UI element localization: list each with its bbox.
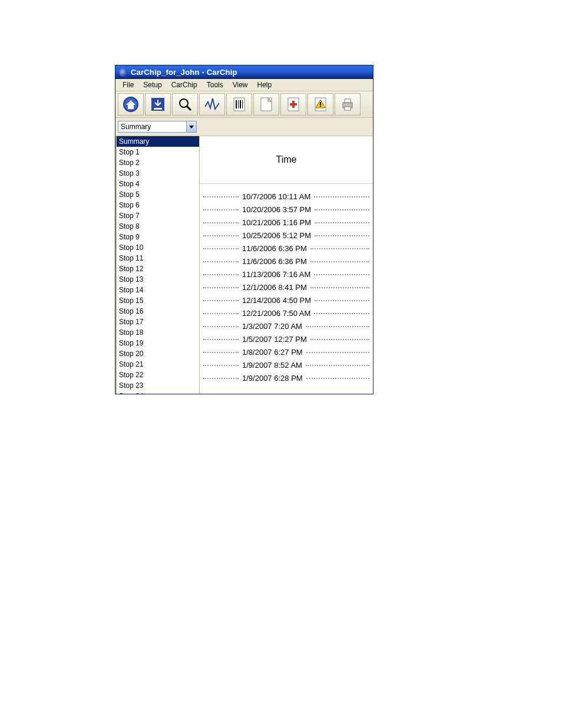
time-value: 1/8/2007 6:27 PM: [242, 348, 303, 357]
time-value: 11/6/2006 6:36 PM: [242, 244, 307, 253]
dotted-leader: [203, 284, 239, 288]
list-item[interactable]: Stop 9: [117, 232, 199, 242]
dotted-leader: [306, 361, 369, 366]
time-value: 12/21/2006 7:50 AM: [242, 309, 310, 318]
dotted-leader: [203, 245, 239, 249]
dotted-leader: [315, 232, 369, 236]
time-row: 10/25/2006 5:12 PM: [200, 229, 373, 242]
dotted-leader: [310, 284, 369, 288]
dotted-leader: [203, 193, 239, 197]
svg-rect-20: [345, 107, 351, 110]
dotted-leader: [310, 245, 369, 249]
list-item[interactable]: Summary: [117, 136, 199, 147]
new-doc-button[interactable]: [253, 93, 279, 116]
list-item[interactable]: Stop 2: [117, 157, 199, 168]
list-item[interactable]: Stop 12: [117, 263, 199, 274]
time-value: 1/9/2007 6:28 PM: [242, 374, 303, 383]
printer-icon: [339, 96, 356, 113]
list-item[interactable]: Stop 20: [117, 348, 199, 359]
dotted-leader: [203, 374, 239, 379]
dotted-leader: [203, 322, 239, 327]
list-item[interactable]: Stop 3: [117, 168, 199, 179]
time-row: 1/8/2007 6:27 PM: [200, 345, 373, 358]
plus-doc-icon: [285, 96, 302, 113]
download-icon: [150, 96, 166, 113]
toolbar: [115, 91, 373, 118]
barcode-doc-icon: [231, 96, 247, 113]
list-item[interactable]: Stop 1: [117, 147, 199, 157]
list-item[interactable]: Stop 19: [117, 338, 199, 348]
time-row: 1/3/2007 7:20 AM: [200, 319, 373, 332]
warning-doc-icon: [312, 96, 329, 113]
dotted-leader: [203, 232, 239, 236]
list-item[interactable]: Stop 24: [117, 391, 199, 394]
printer-button[interactable]: [335, 93, 361, 116]
plus-doc-button[interactable]: [280, 93, 306, 116]
list-item[interactable]: Stop 15: [117, 295, 199, 306]
time-value: 1/3/2007 7:20 AM: [242, 322, 302, 331]
svg-rect-1: [128, 104, 134, 109]
dotted-leader: [310, 335, 369, 340]
list-item[interactable]: Stop 11: [117, 253, 199, 263]
time-row: 10/21/2006 1:16 PM: [200, 216, 373, 229]
list-item[interactable]: Stop 4: [117, 179, 199, 189]
svg-line-5: [187, 106, 191, 110]
svg-rect-9: [240, 100, 241, 108]
search-magnifier-button[interactable]: [172, 93, 198, 116]
list-item[interactable]: Stop 6: [117, 200, 199, 210]
list-item[interactable]: Stop 18: [117, 327, 199, 338]
activity-graph-button[interactable]: [199, 93, 225, 116]
barcode-doc-button[interactable]: [226, 93, 252, 116]
dropdown-list[interactable]: SummaryStop 1Stop 2Stop 3Stop 4Stop 5Sto…: [115, 136, 200, 394]
dotted-leader: [203, 309, 239, 314]
content-pane: Time 10/7/2006 10:11 AM10/20/2006 3:57 P…: [200, 136, 373, 394]
menu-tools[interactable]: Tools: [202, 80, 228, 90]
dotted-leader: [315, 219, 369, 223]
list-item[interactable]: Stop 10: [117, 242, 199, 253]
list-item[interactable]: Stop 16: [117, 306, 199, 317]
time-row: 1/5/2007 12:27 PM: [200, 332, 373, 345]
svg-rect-14: [290, 103, 297, 106]
time-value: 1/5/2007 12:27 PM: [242, 335, 307, 344]
time-row: 11/6/2006 6:36 PM: [200, 255, 373, 268]
menu-setup[interactable]: Setup: [138, 80, 166, 90]
svg-rect-7: [236, 100, 237, 108]
list-item[interactable]: Stop 14: [117, 285, 199, 295]
list-item[interactable]: Stop 5: [117, 189, 199, 200]
time-value: 12/14/2006 4:50 PM: [242, 296, 311, 305]
dotted-leader: [203, 361, 239, 366]
list-item[interactable]: Stop 17: [117, 317, 199, 327]
dotted-leader: [315, 206, 369, 210]
svg-rect-10: [242, 100, 243, 108]
home-icon: [123, 96, 139, 113]
menu-file[interactable]: File: [118, 80, 138, 90]
window-title: CarChip_for_John - CarChip: [131, 68, 237, 77]
list-item[interactable]: Stop 21: [117, 359, 199, 370]
list-item[interactable]: Stop 8: [117, 221, 199, 232]
summary-combo[interactable]: Summary: [118, 121, 197, 133]
time-row: 10/7/2006 10:11 AM: [200, 190, 373, 203]
list-item[interactable]: Stop 23: [117, 380, 199, 391]
menu-carchip[interactable]: CarChip: [167, 80, 202, 90]
time-row: 11/13/2006 7:16 AM: [200, 268, 373, 281]
list-item[interactable]: Stop 7: [117, 210, 199, 221]
chevron-down-icon[interactable]: [186, 121, 196, 132]
dotted-leader: [306, 348, 369, 353]
time-value: 10/20/2006 3:57 PM: [242, 205, 311, 214]
column-header-time: Time: [200, 136, 373, 184]
time-value: 10/21/2006 1:16 PM: [242, 218, 311, 227]
download-button[interactable]: [145, 93, 171, 116]
warning-doc-button[interactable]: [308, 93, 333, 116]
time-row: 12/1/2006 8:41 PM: [200, 281, 373, 294]
time-value: 10/7/2006 10:11 AM: [242, 192, 310, 201]
list-item[interactable]: Stop 13: [117, 274, 199, 285]
dotted-leader: [306, 322, 369, 327]
combo-selected-text: Summary: [118, 123, 186, 131]
time-list: 10/7/2006 10:11 AM10/20/2006 3:57 PM10/2…: [200, 184, 373, 384]
menu-view[interactable]: View: [228, 80, 253, 90]
dotted-leader: [203, 258, 239, 262]
menu-help[interactable]: Help: [253, 80, 277, 90]
list-item[interactable]: Stop 22: [117, 370, 199, 380]
home-button[interactable]: [118, 93, 144, 116]
app-window: CarChip_for_John - CarChip FileSetupCarC…: [115, 65, 373, 394]
